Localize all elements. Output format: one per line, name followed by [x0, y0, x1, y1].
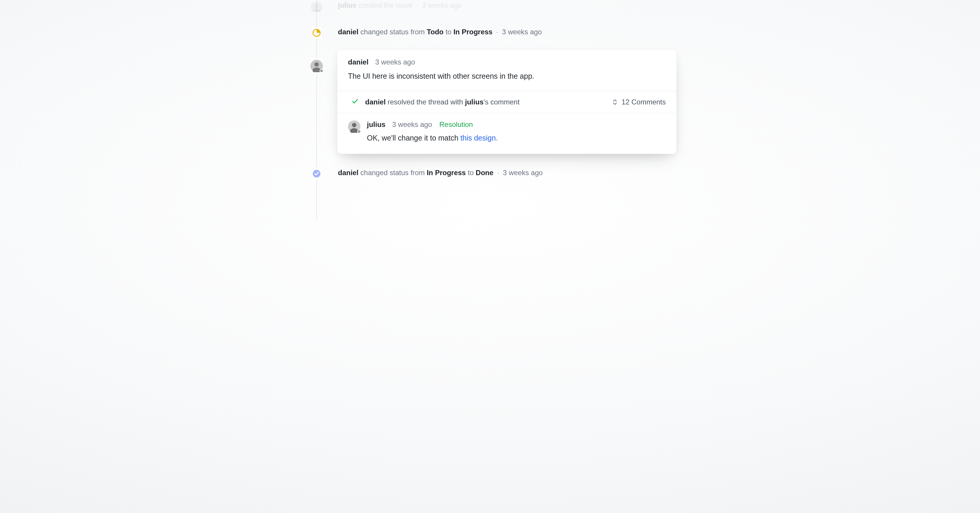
- resolved-text: daniel resolved the thread with julius's…: [365, 98, 612, 106]
- event-text: daniel changed status from Todo to In Pr…: [329, 27, 542, 37]
- timeline-event-status-change: daniel changed status from In Progress t…: [304, 167, 676, 180]
- event-timestamp: 3 weeks ago: [502, 28, 542, 36]
- reply-body: OK, we'll change it to match this design…: [367, 132, 666, 144]
- reply-timestamp: 3 weeks ago: [392, 121, 432, 129]
- reply-author: julius: [367, 121, 385, 129]
- resolved-summary-row: daniel resolved the thread with julius's…: [337, 91, 676, 113]
- svg-point-5: [315, 62, 319, 67]
- event-timestamp: 3 weeks ago: [503, 168, 543, 176]
- event-author: daniel: [338, 168, 358, 176]
- event-author: daniel: [338, 28, 358, 36]
- presence-indicator: [357, 130, 361, 133]
- timeline-event-status-change: daniel changed status from Todo to In Pr…: [304, 27, 676, 39]
- svg-point-8: [352, 123, 356, 127]
- comment-body: The UI here is inconsistent with other s…: [348, 70, 666, 82]
- activity-timeline: julius created the issue · 3 weeks ago d…: [286, 0, 694, 220]
- status-to: In Progress: [453, 28, 492, 36]
- check-icon: [352, 98, 359, 106]
- done-status-icon: [312, 169, 321, 178]
- timeline-event-partial: julius created the issue · 3 weeks ago: [304, 0, 676, 12]
- status-from: Todo: [427, 28, 444, 36]
- avatar[interactable]: [348, 121, 360, 133]
- comment-timestamp: 3 weeks ago: [375, 58, 415, 66]
- chevron-up-down-icon: [612, 99, 617, 105]
- svg-point-1: [315, 4, 318, 8]
- timeline-comment: daniel 3 weeks ago The UI here is incons…: [304, 50, 676, 154]
- event-timestamp: 3 weeks ago: [422, 1, 462, 9]
- comment-main: daniel 3 weeks ago The UI here is incons…: [337, 50, 676, 91]
- expand-comments-button[interactable]: 12 Comments: [612, 98, 666, 106]
- status-to: Done: [476, 168, 493, 176]
- event-author: julius: [338, 1, 356, 9]
- comment-header: daniel 3 weeks ago: [348, 58, 666, 66]
- comments-count-label: 12 Comments: [622, 98, 666, 106]
- resolution-badge: Resolution: [439, 121, 473, 129]
- in-progress-status-icon: [312, 29, 321, 37]
- event-verb: changed status from: [360, 28, 425, 36]
- reply-header: julius 3 weeks ago Resolution: [367, 121, 666, 129]
- event-text: daniel changed status from In Progress t…: [329, 167, 542, 178]
- status-from: In Progress: [427, 168, 466, 176]
- avatar: [311, 2, 322, 12]
- design-link[interactable]: this design.: [460, 134, 498, 142]
- comment-reply: julius 3 weeks ago Resolution OK, we'll …: [337, 113, 676, 154]
- comment-card: daniel 3 weeks ago The UI here is incons…: [337, 50, 676, 154]
- presence-indicator: [320, 69, 323, 73]
- avatar[interactable]: [310, 60, 323, 72]
- comment-author: daniel: [348, 58, 368, 66]
- event-verb: changed status from: [360, 168, 425, 176]
